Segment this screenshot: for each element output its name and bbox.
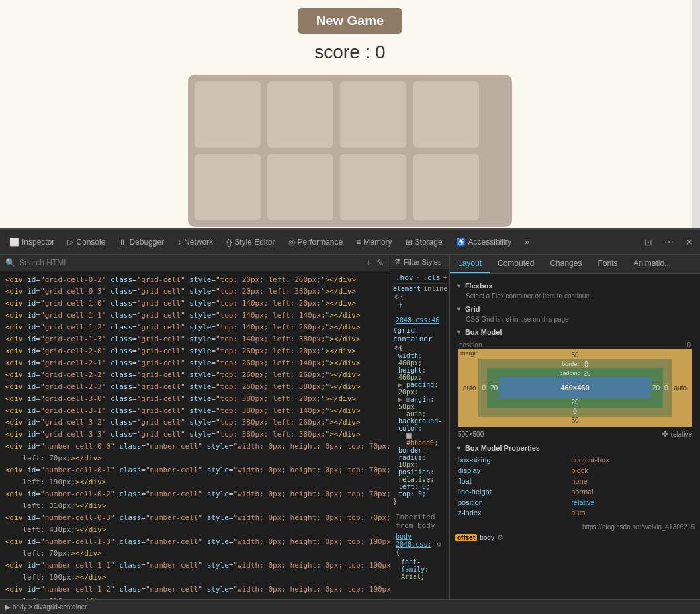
prop-row: position relative [455,497,695,507]
tab-console-label: Console [76,238,105,247]
tab-style-editor[interactable]: {} Style Editor [220,234,281,251]
console-icon: ▷ [67,238,73,247]
prop-row: line-height normal [455,486,695,497]
body-gear[interactable]: ⚙ [437,540,441,548]
flexbox-note: Select a Flex container or item to conti… [466,292,689,300]
border-right: 0 [663,383,670,393]
search-input[interactable] [19,258,362,267]
gear-icon[interactable]: ⚙ [394,292,399,301]
box-content: ▼ Flexbox Select a Flex container or ite… [450,274,700,599]
inspector-icon: ⬜ [9,238,19,247]
style-editor-icon: {} [226,238,232,247]
hov-selector[interactable]: :hov [396,273,414,282]
css-source-link[interactable]: 2048.css:46 [396,316,439,324]
prop-row: float none [455,476,695,486]
padding-top: 20 [583,370,590,377]
tab-network-label: Network [184,238,213,247]
size-display: 500×500 [458,431,484,438]
game-scrollbar[interactable] [692,0,700,228]
padding-bottom: 20 [571,398,578,406]
relative-settings-icon[interactable]: ✤ [662,429,668,439]
css-source-line: 2048.css:46 [393,315,447,325]
grid-cell [267,81,333,148]
tab-accessibility[interactable]: ♿ Accessibility [449,234,518,251]
padding-bottom-row: 20 [489,398,661,406]
prop-row: display block [455,465,695,476]
css-prop-position: position: relative; [398,468,447,483]
element-rule-gear: ⚙ { [393,292,447,301]
tab-animation[interactable]: Animatio... [625,255,679,273]
tab-performance[interactable]: ◎ Performance [282,234,350,251]
margin-label-row: margin 50 [460,351,689,359]
responsive-design-button[interactable]: ⊡ [640,236,656,249]
tab-network[interactable]: ↕ Network [171,234,220,251]
tab-layout[interactable]: Layout [450,255,490,273]
margin-bottom-row: 50 [460,417,689,424]
html-content[interactable]: <div id="grid-cell-0-2" class="grid-cell… [0,271,390,599]
tab-more[interactable]: » [518,234,536,251]
content-box: 460×460 [499,377,651,398]
html-line: <div id="number-cell-0-3" class="number-… [0,512,390,524]
color-swatch[interactable] [406,433,412,439]
box-tabs: Layout Computed Changes Fonts Animatio..… [450,255,700,274]
html-panel: 🔍 + ✎ <div id="grid-cell-0-2" class="gri… [0,255,390,599]
border-top-row: border 0 [480,361,669,368]
tab-fonts[interactable]: Fonts [590,255,625,273]
gear-icon-2[interactable]: ⚙ [394,343,399,352]
border-bottom: 0 [573,408,577,415]
debugger-icon: ⏸ [118,238,126,247]
box-model-props-header[interactable]: ▼ Box Model Properties [455,444,695,452]
css-prop-top: top: 0; [398,490,447,498]
devtools-statusbar: ▶ body > div#grid-container [0,599,700,614]
html-line: <div id="grid-cell-0-2" class="grid-cell… [0,274,390,286]
prop-name-display: display [455,465,568,476]
prop-row: z-index auto [455,507,695,518]
element-rule-body: } [393,301,447,308]
body-gear-icon[interactable]: ⚙ [497,533,503,542]
html-line: <div id="number-cell-0-1" class="number-… [0,464,390,476]
grid-cell [195,154,261,220]
margin-box: margin 50 auto border 0 [458,349,692,427]
grid-cell [195,81,261,148]
tab-performance-label: Performance [298,238,343,247]
css-prop-bgcolor: background-color: [398,417,447,432]
box-model-section-header[interactable]: ▼ Box Model [455,328,695,336]
add-node-button[interactable]: + [366,257,371,268]
padding-left: 20 [489,383,499,393]
tab-memory[interactable]: ≡ Memory [349,234,398,251]
relative-label: relative [671,431,692,438]
grid-cell [267,154,333,220]
box-model-arrow: ▼ [455,328,462,336]
position-label: position [459,341,482,349]
plus-icon[interactable]: + [443,273,448,282]
html-line: left: 310px;></div> [0,500,390,512]
tab-changes[interactable]: Changes [542,255,590,273]
css-content[interactable]: :hov · .cls + element inline ⚙ { [390,269,449,599]
prop-name-box-sizing: box-sizing [455,455,568,465]
margin-bottom: 50 [571,417,578,424]
body-source-link[interactable]: body 2048.css: [396,533,431,548]
html-line: <div id="grid-cell-1-2" class="grid-cell… [0,322,390,333]
tab-console[interactable]: ▷ Console [61,234,112,251]
new-game-button[interactable]: New Game [298,8,402,34]
tab-computed[interactable]: Computed [490,255,542,273]
body-label: body [480,534,494,541]
more-options-button[interactable]: ⋯ [660,236,678,249]
tab-storage[interactable]: ⊞ Storage [399,234,449,251]
html-line: left: 190px;></div> [0,572,390,584]
grid-section-header[interactable]: ▼ Grid [455,305,695,313]
tab-debugger[interactable]: ⏸ Debugger [112,234,171,251]
grid-container [188,75,512,227]
tab-style-editor-label: Style Editor [234,238,275,247]
flexbox-section-header[interactable]: ▼ Flexbox [455,282,695,290]
grid-note: CSS Grid is not in use on this page [466,316,689,323]
close-devtools-button[interactable]: ✕ [681,236,697,249]
cls-selector[interactable]: .cls [423,273,441,282]
grid-title: Grid [465,305,480,313]
tab-inspector[interactable]: ⬜ Inspector [3,234,61,251]
body-props: font-family: Arial; [393,557,447,582]
grid-selector[interactable]: #grid-container [393,326,447,343]
html-line: <div id="number-cell-0-2" class="number-… [0,488,390,500]
pick-element-button[interactable]: ✎ [376,257,384,268]
content-dimensions: 460×460 [560,384,589,392]
